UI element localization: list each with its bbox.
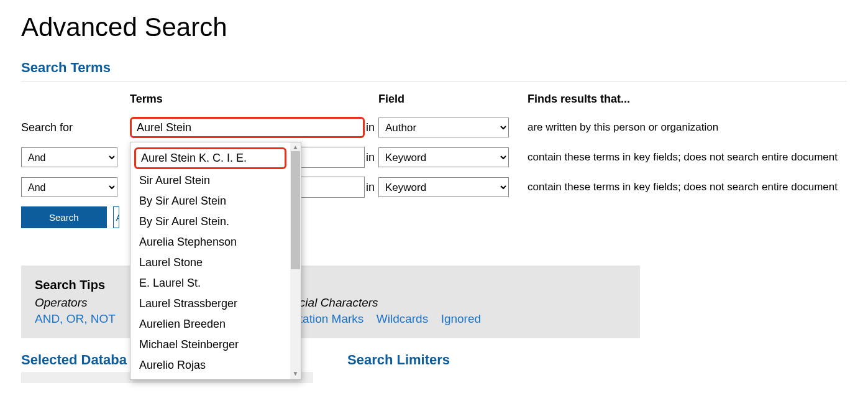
autocomplete-dropdown: Aurel Stein K. C. I. E. Sir Aurel Stein … [130,142,301,380]
search-button[interactable]: Search [21,206,107,228]
scroll-down-icon[interactable]: ▼ [293,369,299,378]
field-column-label: Field [378,93,404,105]
operators-link[interactable]: AND, OR, NOT [35,312,116,325]
operator-select-2[interactable]: And [21,147,117,167]
divider [21,81,847,81]
row-description: are written by this person or organizati… [528,121,847,134]
ignored-link[interactable]: Ignored [441,312,481,325]
row-description: contain these terms in key fields; does … [528,181,847,193]
search-limiters-heading: Search Limiters [347,352,847,368]
autocomplete-item[interactable]: Aurelien Breeden [130,314,290,335]
search-for-label: Search for [21,121,130,134]
autocomplete-scrollbar[interactable]: ▲ ▼ [290,142,301,379]
autocomplete-item[interactable]: Aurelio Rojas [130,355,290,376]
in-label: in [366,151,375,164]
autocomplete-item[interactable]: By Sir Aurel Stein [130,191,290,211]
search-row: Search for in Aurel Stein K. C. I. E. Si… [21,117,847,138]
autocomplete-item[interactable]: E. Laurel St. [130,273,290,294]
autocomplete-item[interactable]: Aurel Stein K. C. I. E. [134,147,286,169]
operators-subtitle: Operators [35,296,126,310]
in-label: in [366,181,375,194]
autocomplete-item[interactable]: Michael Steinberger [130,335,290,355]
terms-column-label: Terms [130,93,163,105]
autocomplete-item[interactable]: Sir Aurel Stein [130,170,290,191]
row-description: contain these terms in key fields; does … [528,151,847,164]
autocomplete-item[interactable]: By Sir Aurel Stein. [130,211,290,232]
wildcards-link[interactable]: Wildcards [377,312,428,325]
field-select-2[interactable]: Keyword [378,147,509,167]
autocomplete-item[interactable]: Laurel Strassberger [130,294,290,314]
terms-input-1[interactable] [130,117,365,138]
in-label: in [366,121,375,134]
autocomplete-item[interactable]: Aurelia Stephenson [130,232,290,252]
page-title: Advanced Search [21,12,847,42]
field-select-3[interactable]: Keyword [378,177,509,197]
quotation-marks-link[interactable]: tation Marks [299,312,363,325]
search-tips-box: Search Tips Operators AND, OR, NOT cial … [21,266,640,338]
scroll-thumb[interactable] [291,151,300,269]
special-chars-subtitle: cial Characters [299,296,491,310]
column-headers: Terms Field Finds results that... [21,93,847,106]
field-select-1[interactable]: Author [378,118,509,137]
scroll-up-icon[interactable]: ▲ [293,142,299,152]
search-tips-title: Search Tips [35,278,626,292]
autocomplete-item[interactable]: Laurel Stone [130,252,290,273]
finds-column-label: Finds results that... [528,93,630,105]
add-row-button[interactable]: A [113,206,119,228]
autocomplete-list: Aurel Stein K. C. I. E. Sir Aurel Stein … [130,142,290,379]
search-terms-heading: Search Terms [21,60,847,76]
operator-select-3[interactable]: And [21,177,117,197]
